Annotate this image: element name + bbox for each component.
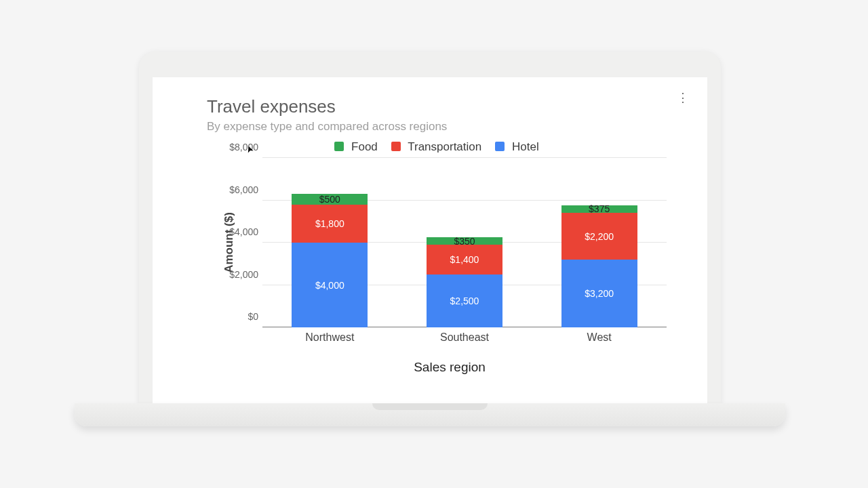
bar-seg-food: $375 <box>561 205 637 214</box>
chart-subtitle: By expense type and compared across regi… <box>207 120 667 134</box>
plot-area: Amount ($) $0 $2,000 $4,000 $6,000 $8,00… <box>233 158 667 327</box>
laptop-frame: ⋮ Travel expenses By expense type and co… <box>139 52 721 404</box>
y-tick-1: $2,000 <box>229 269 258 280</box>
chart-card: ⋮ Travel expenses By expense type and co… <box>153 77 707 404</box>
chart-title: Travel expenses <box>207 96 667 117</box>
data-label: $2,200 <box>585 231 614 242</box>
bar-seg-trans: $1,800 <box>292 205 368 243</box>
data-label: $1,400 <box>450 254 479 265</box>
bar-southeast[interactable]: $350 $1,400 $2,500 <box>427 158 502 327</box>
data-label: $4,000 <box>315 280 344 291</box>
legend-item-transportation[interactable]: Transportation <box>391 140 481 154</box>
more-vert-icon: ⋮ <box>677 91 689 104</box>
data-label: $500 <box>319 194 340 205</box>
data-label: $3,200 <box>585 288 614 299</box>
x-tick-label: Southeast <box>427 331 502 344</box>
legend-swatch-hotel <box>495 142 505 151</box>
y-tick-4: $8,000 <box>229 142 258 152</box>
bar-seg-food: $500 <box>292 194 368 205</box>
y-tick-3: $6,000 <box>229 184 258 195</box>
bar-seg-hotel: $2,500 <box>427 274 502 327</box>
data-label: $2,500 <box>450 296 479 306</box>
legend-swatch-food <box>334 142 344 151</box>
x-tick-label: West <box>561 331 637 344</box>
legend-label-hotel: Hotel <box>512 140 539 153</box>
legend-item-hotel[interactable]: Hotel <box>495 140 538 154</box>
bar-seg-food: $350 <box>427 237 502 245</box>
y-axis: $0 $2,000 $4,000 $6,000 $8,000 <box>226 158 258 327</box>
bar-seg-hotel: $4,000 <box>292 243 368 327</box>
x-axis-labels: Northwest Southeast West <box>262 331 667 344</box>
laptop-base <box>75 403 785 426</box>
x-tick-label: Northwest <box>292 331 368 344</box>
bar-west[interactable]: $375 $2,200 $3,200 <box>561 158 637 327</box>
legend-label-food: Food <box>351 140 378 153</box>
y-tick-2: $4,000 <box>229 226 258 237</box>
y-tick-0: $0 <box>248 311 258 322</box>
x-axis-label: Sales region <box>233 360 667 375</box>
bar-northwest[interactable]: $500 $1,800 $4,000 <box>292 158 368 327</box>
screen: ⋮ Travel expenses By expense type and co… <box>153 77 707 404</box>
bars-container: $500 $1,800 $4,000 $350 $1,400 $2,500 $3… <box>262 158 667 327</box>
legend-item-food[interactable]: Food <box>334 140 377 154</box>
bar-seg-trans: $1,400 <box>427 245 502 274</box>
card-menu-button[interactable]: ⋮ <box>675 89 691 106</box>
legend-swatch-transportation <box>391 142 401 151</box>
legend-label-transportation: Transportation <box>408 140 481 153</box>
bar-seg-hotel: $3,200 <box>561 260 637 327</box>
chart-legend: Food Transportation Hotel <box>207 140 667 154</box>
bar-seg-trans: $2,200 <box>561 213 637 260</box>
data-label: $1,800 <box>315 218 344 229</box>
